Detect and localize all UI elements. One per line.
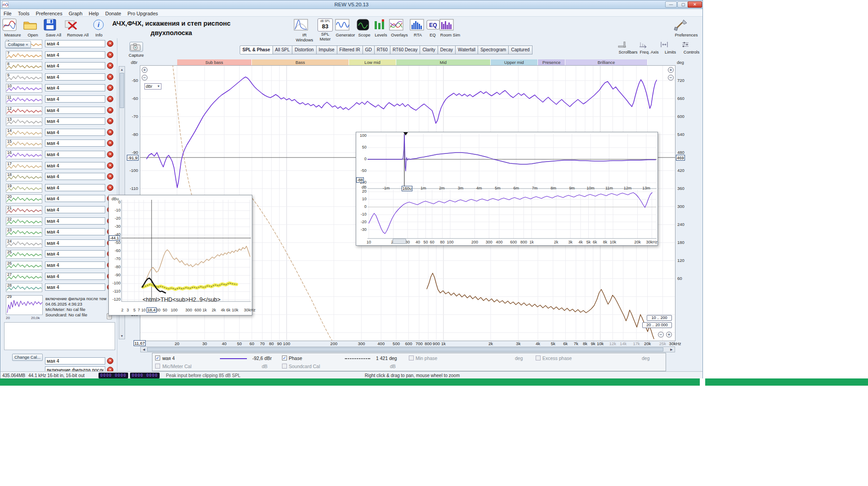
scrollbar-thumb[interactable]: [147, 347, 663, 351]
menu-pro-upgrades[interactable]: Pro Upgrades: [124, 10, 161, 17]
toolbar-button-open[interactable]: Open: [23, 18, 43, 37]
delete-measurement-button[interactable]: ✕: [107, 85, 113, 91]
title-bar[interactable]: REW V5.20.13 — ▢ ✕: [0, 0, 702, 9]
toolbar-button-ir-windows[interactable]: IR Windows: [294, 18, 315, 42]
toolbar-button-eq[interactable]: EQEQ: [426, 18, 439, 37]
delete-measurement-button[interactable]: ✕: [107, 107, 113, 113]
measurement-name-field[interactable]: [45, 284, 105, 291]
measurement-name-field[interactable]: [45, 84, 105, 91]
minimize-button[interactable]: —: [665, 1, 677, 8]
menu-preferences[interactable]: Preferences: [32, 10, 65, 17]
toolbar-button-levels[interactable]: Levels: [373, 18, 389, 37]
tab-decay[interactable]: Decay: [438, 45, 456, 54]
toolbar-button-overlays[interactable]: Overlays: [389, 18, 410, 37]
menu-tools[interactable]: Tools: [15, 10, 33, 17]
delete-measurement-button[interactable]: ✕: [107, 151, 113, 158]
toolbar-button-rta[interactable]: RTA: [410, 18, 426, 37]
menu-graph[interactable]: Graph: [66, 10, 86, 17]
measurement-name-field[interactable]: [45, 366, 105, 371]
toolbar-button-scope[interactable]: Scope: [356, 18, 373, 37]
tab-spectrogram[interactable]: Spectrogram: [478, 45, 509, 54]
delete-measurement-button[interactable]: ✕: [107, 184, 113, 191]
scroll-up-icon[interactable]: ▲: [119, 67, 125, 72]
tab-waterfall[interactable]: Waterfall: [456, 45, 478, 54]
delete-measurement-button[interactable]: ✕: [107, 162, 113, 169]
phase-visibility-checkbox[interactable]: ✓: [282, 356, 287, 360]
delete-measurement-button[interactable]: ✕: [107, 63, 113, 69]
delete-measurement-button[interactable]: ✕: [107, 118, 113, 124]
close-button[interactable]: ✕: [688, 1, 702, 8]
tab-rt60[interactable]: RT60: [375, 45, 390, 54]
toolbar-button-generator[interactable]: Generator: [335, 18, 356, 37]
zoom-out-x-button[interactable]: −: [658, 332, 664, 338]
delete-measurement-button[interactable]: ✕: [107, 40, 113, 47]
toolbar-button-room-sim[interactable]: Room Sim: [439, 18, 461, 37]
y-axis-unit-dropdown[interactable]: dBr▼: [144, 83, 161, 90]
measurement-name-field[interactable]: [45, 117, 105, 125]
measurement-name-field[interactable]: [45, 228, 105, 235]
menu-help[interactable]: Help: [85, 10, 102, 17]
change-cal-button[interactable]: Change Cal...: [12, 354, 43, 361]
delete-measurement-button[interactable]: ✕: [107, 358, 113, 364]
distortion-overlay-window[interactable]: dBu -44,1 18,4 <html>THD<sub>H2..9</sub>…: [108, 195, 252, 315]
delete-measurement-button[interactable]: ✕: [107, 367, 113, 371]
view-button-scrollbars[interactable]: Scrollbars: [617, 41, 639, 54]
measurement-name-field[interactable]: [45, 73, 105, 81]
toolbar-button-measure[interactable]: Measure: [2, 18, 23, 37]
tab-spl-phase[interactable]: SPL & Phase: [240, 45, 273, 54]
tab-clarity[interactable]: Clarity: [420, 45, 438, 54]
delete-measurement-button[interactable]: ✕: [107, 140, 113, 146]
measurement-name-field[interactable]: [45, 195, 105, 202]
tab-captured[interactable]: Captured: [509, 45, 532, 54]
delete-measurement-button[interactable]: ✕: [107, 173, 113, 180]
measurement-visibility-checkbox[interactable]: ✓: [155, 356, 160, 360]
scroll-left-icon[interactable]: ◀: [142, 347, 146, 352]
tab-distortion[interactable]: Distortion: [292, 45, 316, 54]
impulse-overlay-window[interactable]: -88 160u 100500-50-100dB-1m1m2m3m4m5m6m7…: [356, 132, 658, 246]
measurement-name-field[interactable]: [45, 357, 105, 364]
delete-measurement-button[interactable]: ✕: [107, 129, 113, 135]
measurement-name-field[interactable]: [45, 51, 105, 58]
view-button-freq-axis[interactable]: Freq. Axis: [639, 41, 660, 54]
measurement-name-field[interactable]: [45, 250, 105, 257]
menu-file[interactable]: File: [0, 10, 15, 17]
menu-donate[interactable]: Donate: [102, 10, 124, 17]
freq-range-button-20-20000[interactable]: 20 .. 20 000: [642, 322, 672, 328]
measurement-name-field[interactable]: [45, 129, 105, 136]
view-button-limits[interactable]: Limits: [660, 41, 681, 54]
measurement-name-field[interactable]: [45, 151, 105, 158]
measurement-name-field[interactable]: [45, 217, 105, 225]
measurement-name-field[interactable]: [45, 206, 105, 213]
freq-range-button-10-200[interactable]: 10 .. 200: [647, 315, 672, 321]
tab-all-spl[interactable]: All SPL: [273, 45, 293, 54]
graph-horizontal-scrollbar[interactable]: ◀ ▶: [140, 346, 675, 352]
tab-rt60-decay[interactable]: RT60 Decay: [390, 45, 420, 54]
inset-scrollbar-thumb[interactable]: [393, 238, 406, 244]
measurement-name-field[interactable]: [45, 239, 105, 247]
scroll-right-icon[interactable]: ▶: [669, 347, 674, 352]
tab-gd[interactable]: GD: [363, 45, 375, 54]
zoom-in-y-button[interactable]: +: [142, 67, 148, 73]
measurement-name-field[interactable]: [45, 173, 105, 180]
delete-measurement-button[interactable]: ✕: [107, 52, 113, 58]
view-button-controls[interactable]: Controls: [681, 41, 702, 54]
measurement-name-field[interactable]: [45, 162, 105, 169]
toolbar-button-preferences[interactable]: Preferences: [672, 18, 700, 37]
zoom-out-y-button[interactable]: −: [142, 75, 148, 81]
toolbar-button-save-all[interactable]: Save All: [43, 18, 64, 37]
zoom-in-right-button[interactable]: +: [668, 67, 674, 73]
tab-filtered-ir[interactable]: Filtered IR: [337, 45, 363, 54]
collapse-sidebar-button[interactable]: Collapse «: [5, 41, 31, 48]
measurement-name-field[interactable]: [45, 95, 105, 103]
scrollbar-thumb[interactable]: [120, 73, 124, 108]
tab-impulse[interactable]: Impulse: [317, 45, 337, 54]
measurement-notes-box[interactable]: [4, 322, 115, 350]
zoom-out-right-button[interactable]: −: [668, 75, 674, 81]
toolbar-button-remove-all[interactable]: Remove All: [64, 18, 91, 37]
zoom-in-x-button[interactable]: +: [666, 332, 672, 338]
measurement-name-field[interactable]: [45, 261, 105, 269]
capture-button[interactable]: [130, 42, 143, 52]
toolbar-button-spl-meter[interactable]: dB SPL83SPL Meter: [315, 18, 335, 41]
delete-measurement-button[interactable]: ✕: [107, 96, 113, 102]
measurement-name-field[interactable]: [45, 184, 105, 191]
